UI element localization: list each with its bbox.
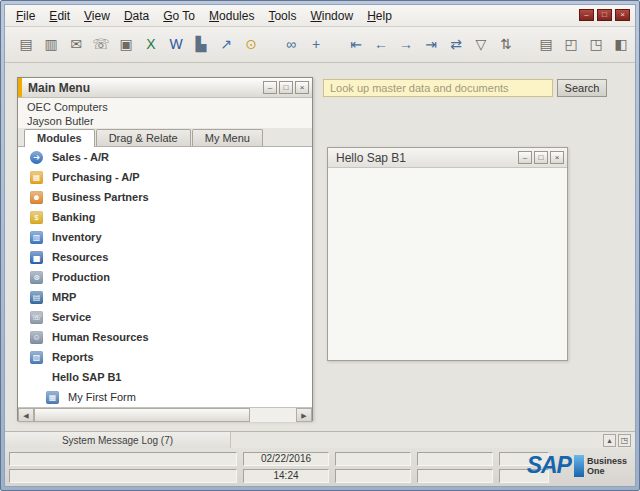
sap-logo-square <box>574 455 584 477</box>
status-bar: 02/22/2016 14:24 SAP Business One <box>5 448 635 486</box>
sms-icon[interactable]: ☏ <box>90 34 112 56</box>
gross-profit-icon[interactable]: % <box>635 34 636 56</box>
fax-icon[interactable]: ▣ <box>115 34 137 56</box>
search-button[interactable]: Search <box>557 79 607 97</box>
sap-product-line1: Business <box>587 456 627 466</box>
add-record-icon[interactable]: + <box>305 34 327 56</box>
menu-go-to[interactable]: Go To <box>156 6 202 26</box>
status-cell <box>417 469 493 483</box>
menu-item-resources[interactable]: ▅Resources <box>18 247 312 267</box>
menu-item-mrp[interactable]: ▤MRP <box>18 287 312 307</box>
hello-window-titlebar[interactable]: Hello Sap B1 – □ × <box>328 148 567 168</box>
previous-record-icon[interactable]: ← <box>370 34 392 56</box>
export-excel-icon[interactable]: X <box>140 34 162 56</box>
expand-log-icon[interactable]: ▴ <box>603 434 616 447</box>
application-window: FileEditViewDataGo ToModulesToolsWindowH… <box>0 0 640 491</box>
message-log-bar: System Message Log (7) ▴◳ <box>5 431 635 448</box>
close-window-button[interactable]: × <box>295 81 309 94</box>
search-input[interactable] <box>323 79 553 97</box>
main-menu-tabs: ModulesDrag & RelateMy Menu <box>18 128 312 147</box>
main-menu-window: Main Menu – □ × OEC Computers Jayson But… <box>17 77 313 421</box>
float-log-icon[interactable]: ◳ <box>618 434 631 447</box>
minimize-button[interactable]: – <box>579 9 594 21</box>
menu-item-reports[interactable]: ▧Reports <box>18 347 312 367</box>
company-name: OEC Computers <box>27 100 312 114</box>
print-preview-icon[interactable]: ▤ <box>15 34 37 56</box>
find-icon[interactable]: ∞ <box>280 34 302 56</box>
export-word-icon[interactable]: W <box>165 34 187 56</box>
menu-file[interactable]: File <box>9 6 42 26</box>
scrollbar-thumb[interactable] <box>34 408 250 422</box>
close-window-button[interactable]: × <box>550 151 564 164</box>
main-menu-titlebar[interactable]: Main Menu – □ × <box>18 78 312 98</box>
human-resources-icon: ☺ <box>30 331 43 344</box>
minimize-window-button[interactable]: – <box>263 81 277 94</box>
launch-application-icon[interactable]: ↗ <box>215 34 237 56</box>
menu-item-human-resources[interactable]: ☺Human Resources <box>18 327 312 347</box>
horizontal-scrollbar[interactable]: ◀ ▶ <box>18 407 312 422</box>
menu-item-purchasing-a-p[interactable]: ▦Purchasing - A/P <box>18 167 312 187</box>
menu-tools[interactable]: Tools <box>261 6 303 26</box>
restore-button[interactable]: □ <box>597 9 612 21</box>
tab-my-menu[interactable]: My Menu <box>192 129 263 146</box>
payment-means-icon[interactable]: ◧ <box>610 34 632 56</box>
restore-window-button[interactable]: □ <box>534 151 548 164</box>
menu-window[interactable]: Window <box>303 6 360 26</box>
company-area: OEC Computers Jayson Butler <box>18 98 312 128</box>
icon-spacer <box>30 371 43 384</box>
status-cell <box>9 452 237 466</box>
menu-item-label: Banking <box>52 211 95 223</box>
menu-item-label: MRP <box>52 291 76 303</box>
lock-screen-icon[interactable]: ⊙ <box>240 34 262 56</box>
print-icon[interactable]: ▥ <box>40 34 62 56</box>
navigation-group: ⇤←→⇥⇄▽⇅ <box>345 34 517 56</box>
menu-modules[interactable]: Modules <box>202 6 261 26</box>
menu-item-sales-a-r[interactable]: ➔Sales - A/R <box>18 147 312 167</box>
menu-data[interactable]: Data <box>117 6 156 26</box>
menu-view[interactable]: View <box>77 6 117 26</box>
export-pdf-icon[interactable]: ▙ <box>190 34 212 56</box>
status-cell <box>335 452 411 466</box>
menu-item-label: Production <box>52 271 110 283</box>
minimize-window-button[interactable]: – <box>518 151 532 164</box>
menu-item-inventory[interactable]: ▥Inventory <box>18 227 312 247</box>
status-cell <box>335 469 411 483</box>
menu-bar-items: FileEditViewDataGo ToModulesToolsWindowH… <box>5 5 635 26</box>
menu-edit[interactable]: Edit <box>42 6 77 26</box>
sap-business-one-logo: SAP Business One <box>527 452 627 479</box>
main-menu-window-controls: – □ × <box>263 81 312 94</box>
window-controls: – □ × <box>579 9 630 21</box>
hello-window-controls: – □ × <box>518 151 567 164</box>
email-icon[interactable]: ✉ <box>65 34 87 56</box>
system-message-log-tab[interactable]: System Message Log (7) <box>5 432 231 448</box>
refresh-record-icon[interactable]: ⇄ <box>445 34 467 56</box>
last-record-icon[interactable]: ⇥ <box>420 34 442 56</box>
tab-modules[interactable]: Modules <box>24 129 95 147</box>
filter-table-icon[interactable]: ▽ <box>470 34 492 56</box>
scroll-right-icon[interactable]: ▶ <box>296 408 312 422</box>
menu-item-label: Inventory <box>52 231 102 243</box>
next-record-icon[interactable]: → <box>395 34 417 56</box>
menu-item-production[interactable]: ⊛Production <box>18 267 312 287</box>
menu-help[interactable]: Help <box>360 6 399 26</box>
hello-window-title: Hello Sap B1 <box>336 151 406 165</box>
restore-window-button[interactable]: □ <box>279 81 293 94</box>
tab-drag-relate[interactable]: Drag & Relate <box>96 129 191 146</box>
toolbar: ▤▥✉☏▣XW▙↗⊙∞+⇤←→⇥⇄▽⇅▤◰◳◧%⊞▦ <box>5 27 635 63</box>
sales-icon: ➔ <box>30 151 43 164</box>
menu-item-banking[interactable]: $Banking <box>18 207 312 227</box>
production-icon: ⊛ <box>30 271 43 284</box>
scroll-left-icon[interactable]: ◀ <box>18 408 34 422</box>
close-button[interactable]: × <box>615 9 630 21</box>
sort-table-icon[interactable]: ⇅ <box>495 34 517 56</box>
reports-icon: ▧ <box>30 351 43 364</box>
transaction-journal-icon[interactable]: ▤ <box>535 34 557 56</box>
target-document-icon[interactable]: ◳ <box>585 34 607 56</box>
first-record-icon[interactable]: ⇤ <box>345 34 367 56</box>
menu-item-my-first-form[interactable]: ▦My First Form <box>18 387 312 407</box>
menu-item-business-partners[interactable]: ☻Business Partners <box>18 187 312 207</box>
tools-group: ▤◰◳◧%⊞▦ <box>535 34 636 56</box>
menu-item-service[interactable]: ☏Service <box>18 307 312 327</box>
base-document-icon[interactable]: ◰ <box>560 34 582 56</box>
menu-item-hello-sap-b1[interactable]: Hello SAP B1 <box>18 367 312 387</box>
